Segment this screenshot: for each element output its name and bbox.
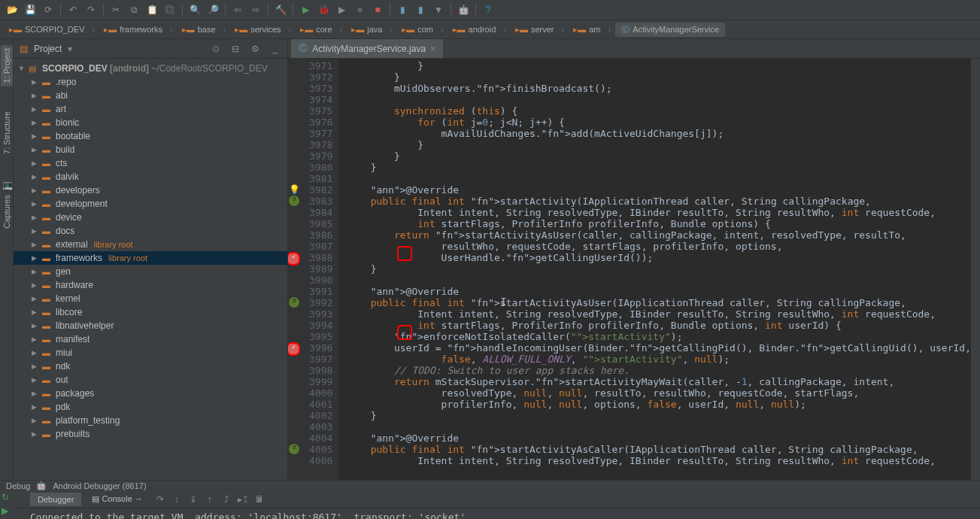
run-to-cursor-icon[interactable]: ▸𝙸	[236, 493, 250, 506]
override-marker-icon[interactable]: o	[289, 444, 299, 454]
tree-root[interactable]: ▼▤SCORPIO_DEV [android] ~/CodeRoot/SCORP…	[14, 62, 287, 75]
attach-icon[interactable]: ⎆	[352, 2, 367, 17]
console-icon: ▤	[92, 494, 99, 503]
tree-item-abi[interactable]: ▶▬abi	[14, 89, 287, 102]
apply-icon[interactable]: ▶	[334, 2, 349, 17]
tab-debugger[interactable]: Debugger	[30, 493, 81, 506]
debug-console[interactable]: Connected to the target VM, address: 'lo…	[15, 508, 980, 519]
tree-item-platform_testing[interactable]: ▶▬platform_testing	[14, 414, 287, 427]
code-area[interactable]: } } mUidObservers."fn">finishBroadcast()…	[339, 59, 971, 480]
tree-item-bionic[interactable]: ▶▬bionic	[14, 116, 287, 129]
minimize-icon[interactable]: ⎯	[268, 42, 281, 56]
resume-icon[interactable]: ▶	[2, 505, 14, 517]
tree-item-build[interactable]: ▶▬build	[14, 143, 287, 156]
drop-frame-iconfourteen[interactable]: ⤴	[220, 493, 233, 506]
undo-icon[interactable]: ↶	[65, 2, 80, 17]
search-icon[interactable]: 🔍	[187, 2, 202, 17]
debug-icon[interactable]: 🐞	[316, 2, 331, 17]
tree-item-manifest[interactable]: ▶▬manifest	[14, 332, 287, 346]
gear-icon[interactable]: ⚙	[248, 42, 262, 56]
tree-item-packages[interactable]: ▶▬packages	[14, 387, 287, 400]
tree-item-libnativehelper[interactable]: ▶▬libnativehelper	[14, 319, 287, 332]
cut-icon[interactable]: ✂	[108, 2, 123, 17]
tree-item-art[interactable]: ▶▬art	[14, 102, 287, 116]
evaluate-icon[interactable]: 🖩	[253, 493, 266, 506]
tree-item-external[interactable]: ▶▬externallibrary root	[14, 238, 287, 251]
open-icon[interactable]: 📂	[5, 2, 20, 17]
force-step-into-icon[interactable]: ⇓	[187, 493, 200, 506]
vtab-captures[interactable]: Captures 📷	[0, 180, 13, 232]
step-into-icon[interactable]: ↓	[170, 493, 184, 506]
annotation-box	[397, 246, 412, 261]
crumb-server[interactable]: ▸▬server	[511, 23, 569, 36]
crumb-frameworks[interactable]: ▸▬frameworks	[99, 23, 177, 36]
crumb-services[interactable]: ▸▬services	[230, 23, 296, 36]
sdk2-icon[interactable]: ▼	[431, 2, 446, 17]
tree-item-cts[interactable]: ▶▬cts	[14, 156, 287, 170]
crumb-am[interactable]: ▸▬am	[569, 23, 615, 36]
copy-icon[interactable]: ⧉	[126, 2, 141, 17]
scroll-from-source-icon[interactable]: ⊙	[209, 42, 223, 56]
tree-item-hardware[interactable]: ▶▬hardware	[14, 278, 287, 292]
back-icon[interactable]: ⇦	[230, 2, 245, 17]
pane-title: Project	[34, 44, 62, 54]
override-marker-icon[interactable]: o	[289, 297, 299, 308]
main-toolbar: 📂 💾 ⟳ ↶ ↷ ✂ ⧉ 📋 ⿻ 🔍 🔎 ⇦ ⇨ 🔨 ▶ 🐞 ▶ ⎆ ■ ▮ …	[0, 0, 980, 20]
step-out-icon[interactable]: ↑	[203, 493, 217, 506]
tree-item-gen[interactable]: ▶▬gen	[14, 265, 287, 278]
tree-item-bootable[interactable]: ▶▬bootable	[14, 129, 287, 143]
save-icon[interactable]: 💾	[23, 2, 38, 17]
editor-scrollmap[interactable]	[971, 59, 980, 480]
tree-item-miui[interactable]: ▶▬miui	[14, 346, 287, 360]
build-icon[interactable]: 🔨	[273, 2, 288, 17]
breadcrumb: ▸▬SCORPIO_DEV▸▬frameworks▸▬base▸▬service…	[0, 20, 980, 39]
crumb-android[interactable]: ▸▬android	[448, 23, 511, 36]
run-icon[interactable]: ▶	[298, 2, 313, 17]
crumb-core[interactable]: ▸▬core	[296, 23, 347, 36]
tree-item-dalvik[interactable]: ▶▬dalvik	[14, 170, 287, 184]
collapse-icon[interactable]: ⊟	[229, 42, 242, 56]
breakpoint-icon[interactable]: ✓	[288, 252, 300, 266]
crumb-activitymanagerservice[interactable]: ⒸActivityManagerService	[615, 23, 725, 37]
tree-item-ndk[interactable]: ▶▬ndk	[14, 360, 287, 373]
crumb-scorpio_dev[interactable]: ▸▬SCORPIO_DEV	[5, 23, 99, 36]
tree-item-docs[interactable]: ▶▬docs	[14, 224, 287, 238]
forward-icon[interactable]: ⇨	[248, 2, 263, 17]
tree-item-pdk[interactable]: ▶▬pdk	[14, 400, 287, 414]
tree-item-out[interactable]: ▶▬out	[14, 373, 287, 387]
step-over-icon[interactable]: ↷	[153, 493, 167, 506]
sync-icon[interactable]: ⟳	[41, 2, 56, 17]
crumb-base[interactable]: ▸▬base	[177, 23, 231, 36]
tree-item-device[interactable]: ▶▬device	[14, 211, 287, 224]
tree-item-development[interactable]: ▶▬development	[14, 197, 287, 211]
vtab-structure[interactable]: 7: Structure	[1, 108, 13, 157]
override-marker-icon[interactable]: o	[289, 196, 299, 206]
crumb-com[interactable]: ▸▬com	[397, 23, 448, 36]
tree-item-.repo[interactable]: ▶▬.repo	[14, 75, 287, 89]
crumb-java[interactable]: ▸▬java	[347, 23, 397, 36]
stop-icon[interactable]: ■	[370, 2, 385, 17]
vtab-project[interactable]: 1: Project	[1, 45, 13, 86]
tree-item-libcore[interactable]: ▶▬libcore	[14, 305, 287, 319]
avd-icon[interactable]: ▮	[395, 2, 410, 17]
rerun-icon[interactable]: ↻	[2, 492, 14, 504]
tree-item-prebuilts[interactable]: ▶▬prebuilts	[14, 427, 287, 441]
android-icon[interactable]: 🤖	[456, 2, 471, 17]
help-icon[interactable]: ?	[481, 2, 496, 17]
tree-item-frameworks[interactable]: ▶▬frameworkslibrary root	[14, 251, 287, 265]
dup-icon[interactable]: ⿻	[162, 2, 177, 17]
intention-bulb-icon[interactable]: 💡	[289, 184, 299, 195]
redo-icon[interactable]: ↷	[83, 2, 99, 17]
breakpoint-icon[interactable]: ✓	[288, 342, 300, 356]
editor-tab-ams[interactable]: Ⓒ ActivityManagerService.java ×	[291, 39, 443, 58]
sdk-icon[interactable]: ▮	[413, 2, 428, 17]
tree-item-kernel[interactable]: ▶▬kernel	[14, 292, 287, 305]
project-tree[interactable]: ▼▤SCORPIO_DEV [android] ~/CodeRoot/SCORP…	[14, 59, 287, 480]
editor-body[interactable]: 💡o✓o✓o 397139723973397439753976397739783…	[288, 59, 980, 480]
replace-icon[interactable]: 🔎	[205, 2, 220, 17]
gutter[interactable]: 💡o✓o✓o 397139723973397439753976397739783…	[288, 59, 339, 480]
paste-icon[interactable]: 📋	[144, 2, 159, 17]
close-icon[interactable]: ×	[430, 44, 435, 54]
tab-console[interactable]: ▤ Console →	[84, 492, 150, 506]
tree-item-developers[interactable]: ▶▬developers	[14, 184, 287, 197]
